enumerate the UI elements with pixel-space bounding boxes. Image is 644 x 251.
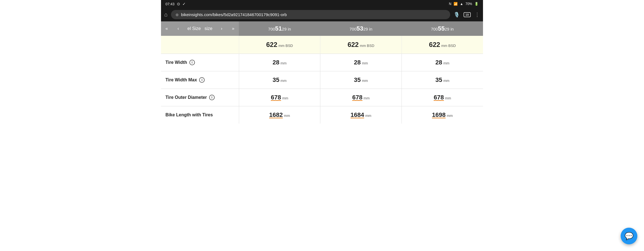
bike-length-label-text: Bike Length with Tires (165, 112, 213, 117)
col2-size-suffix: 29 in (363, 27, 372, 31)
tire-width-max-label-cell: Tire Width Max i (161, 71, 239, 89)
tire-outer-diameter-col2-value: 678 (352, 94, 363, 101)
tire-outer-diameter-col1-value: 678 (271, 94, 281, 101)
bsd-col2-unit: mm BSD (360, 44, 374, 48)
tire-width-max-col3-unit: mm (443, 79, 449, 83)
bike-length-col1: 1682 mm (239, 106, 320, 124)
nfc-icon: N (449, 2, 451, 6)
battery-icon: 🔋 (474, 2, 479, 6)
bike-length-col1-value: 1682 (269, 111, 283, 118)
tire-outer-diameter-label-cell: Tire Outer Diameter i (161, 89, 239, 106)
bike-length-col2-unit: mm (365, 114, 371, 118)
tire-width-col1-value: 28 (273, 59, 279, 66)
tire-outer-diameter-col3-value: 678 (434, 94, 444, 101)
bsd-col3: 622 mm BSD (402, 36, 483, 54)
col2-size-prefix: 700 (350, 27, 356, 31)
header-col-1: 7005129 in (239, 21, 320, 36)
col3-size-suffix: 29 in (445, 27, 454, 31)
tire-width-max-col2-unit: mm (362, 79, 368, 83)
url-text: bikeinsights.com/bikes/5d2a9217418467001… (181, 12, 446, 17)
more-menu-icon[interactable]: ⋮ (475, 12, 480, 18)
tire-width-col2-value: 28 (354, 59, 361, 66)
bsd-col3-unit: mm BSD (441, 44, 456, 48)
tire-width-max-label-text: Tire Width Max (165, 77, 197, 82)
status-bar: 07:43 ⊙ ✓ N 📶 ▲ 70% 🔋 (161, 0, 483, 8)
tire-width-max-col1-unit: mm (281, 79, 287, 83)
browser-actions: 🎙️ 19 ⋮ (454, 12, 480, 18)
bike-length-col1-unit: mm (284, 114, 290, 118)
col3-size-num: 55 (438, 25, 445, 32)
tire-outer-diameter-col3-unit: mm (445, 96, 451, 100)
tire-outer-diameter-col1: 678 mm (239, 89, 320, 106)
ring-icon: ⊙ (177, 2, 180, 6)
browser-chrome: ⌂ ⊕ bikeinsights.com/bikes/5d2a921741846… (161, 8, 483, 21)
wheel-size-label: el Size size (187, 26, 212, 31)
bike-length-label-cell: Bike Length with Tires (161, 106, 239, 124)
col1-size-prefix: 700 (268, 27, 275, 31)
bsd-col1-value: 622 (266, 41, 277, 48)
tire-width-max-col2-value: 35 (354, 76, 361, 83)
tire-width-col2-unit: mm (362, 61, 368, 65)
bike-length-label: Bike Length with Tires (165, 112, 234, 117)
bike-length-col3-value: 1698 (432, 111, 446, 118)
microphone-icon[interactable]: 🎙️ (454, 12, 460, 18)
tire-outer-diameter-col3: 678 mm (402, 89, 483, 106)
tire-outer-diameter-info-icon[interactable]: i (209, 95, 215, 100)
size-label-current: size (204, 26, 212, 31)
tire-width-max-col3: 35 mm (402, 71, 483, 89)
nav-next-arrow[interactable]: › (220, 26, 223, 31)
wifi-icon: 📶 (454, 2, 458, 6)
tire-width-row: Tire Width i 28 mm 28 mm 28 mm (161, 54, 483, 71)
tire-width-col3-value: 28 (435, 59, 442, 66)
status-bar-right: N 📶 ▲ 70% 🔋 (449, 2, 479, 6)
bsd-row: 622 mm BSD 622 mm BSD 622 mm BSD (161, 36, 483, 54)
tire-outer-diameter-col1-unit: mm (282, 96, 288, 100)
tire-width-label-text: Tire Width (165, 60, 187, 65)
size-nav: « ‹ el Size size › » (161, 21, 239, 36)
tire-width-max-row: Tire Width Max i 35 mm 35 mm 35 mm (161, 71, 483, 89)
tire-width-col1: 28 mm (239, 54, 320, 71)
bike-length-row: Bike Length with Tires 1682 mm 1684 mm 1… (161, 106, 483, 124)
nav-last-arrow[interactable]: » (231, 26, 236, 31)
signal-icon: ▲ (460, 2, 463, 6)
tire-outer-diameter-col2-unit: mm (364, 96, 370, 100)
header-col-2: 7005329 in (320, 21, 402, 36)
tire-outer-diameter-label: Tire Outer Diameter i (165, 95, 234, 100)
tire-width-max-col3-value: 35 (435, 76, 442, 83)
address-bar[interactable]: ⊕ bikeinsights.com/bikes/5d2a92174184670… (171, 10, 450, 19)
home-button[interactable]: ⌂ (164, 11, 168, 18)
tire-outer-diameter-label-text: Tire Outer Diameter (165, 95, 207, 100)
tire-width-label-cell: Tire Width i (161, 54, 239, 71)
bike-length-col2: 1684 mm (320, 106, 402, 124)
tire-width-col1-unit: mm (281, 61, 287, 65)
status-bar-left: 07:43 ⊙ ✓ (165, 2, 186, 6)
bsd-col2: 622 mm BSD (320, 36, 402, 54)
header-row: « ‹ el Size size › » 7005129 in 70053 (161, 21, 483, 36)
bsd-col2-value: 622 (348, 41, 359, 48)
tire-width-info-icon[interactable]: i (189, 60, 195, 65)
tire-width-max-col2: 35 mm (320, 71, 402, 89)
header-col-3: 7005529 in (402, 21, 483, 36)
tire-width-max-info-icon[interactable]: i (199, 77, 205, 83)
address-bar-icon: ⊕ (175, 12, 179, 17)
col1-size-suffix: 29 in (282, 27, 291, 31)
nav-prev-arrow[interactable]: ‹ (176, 26, 180, 31)
bsd-col1: 622 mm BSD (239, 36, 320, 54)
col3-size-prefix: 700 (431, 27, 438, 31)
tire-width-max-label: Tire Width Max i (165, 77, 234, 83)
tire-width-max-col1-value: 35 (273, 76, 279, 83)
bike-length-col3: 1698 mm (402, 106, 483, 124)
col2-size-num: 53 (356, 25, 363, 32)
comparison-table: « ‹ el Size size › » 7005129 in 70053 (161, 21, 483, 124)
bike-length-col2-value: 1684 (351, 111, 364, 118)
col1-size-num: 51 (275, 25, 282, 32)
header-label-cell: « ‹ el Size size › » (161, 21, 239, 36)
tire-outer-diameter-row: Tire Outer Diameter i 678 mm 678 mm 678 … (161, 89, 483, 106)
bike-length-col3-unit: mm (447, 114, 453, 118)
nav-first-arrow[interactable]: « (164, 26, 169, 31)
battery-text: 70% (465, 2, 472, 6)
tab-count[interactable]: 19 (464, 12, 471, 17)
tire-width-max-col1: 35 mm (239, 71, 320, 89)
tire-width-col2: 28 mm (320, 54, 402, 71)
bsd-col1-unit: mm BSD (278, 44, 293, 48)
